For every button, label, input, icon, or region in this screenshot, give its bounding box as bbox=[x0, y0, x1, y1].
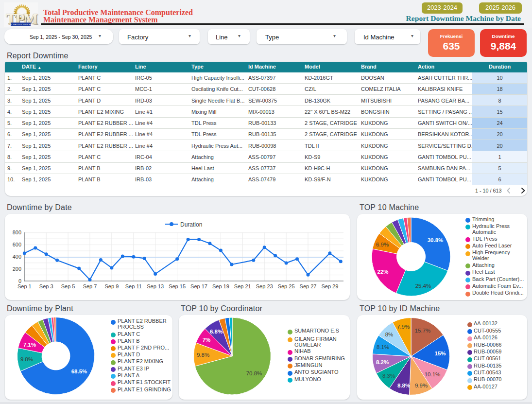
svg-text:0: 0 bbox=[18, 278, 21, 284]
svg-text:Sep 27: Sep 27 bbox=[300, 283, 317, 289]
svg-text:Sep 19: Sep 19 bbox=[212, 283, 229, 289]
svg-text:400: 400 bbox=[13, 254, 21, 260]
svg-text:Sep 23: Sep 23 bbox=[256, 283, 273, 289]
svg-text:Sep 15: Sep 15 bbox=[169, 283, 186, 289]
svg-text:Sep 3: Sep 3 bbox=[39, 283, 53, 289]
svg-text:200: 200 bbox=[13, 266, 21, 272]
svg-text:Sep 13: Sep 13 bbox=[147, 283, 164, 289]
svg-text:Sep 11: Sep 11 bbox=[125, 283, 142, 289]
svg-text:Sep 21: Sep 21 bbox=[234, 283, 251, 289]
svg-text:Sep 25: Sep 25 bbox=[278, 283, 295, 289]
svg-text:800: 800 bbox=[13, 229, 21, 235]
svg-text:Sep 17: Sep 17 bbox=[190, 283, 207, 289]
svg-text:Sep 5: Sep 5 bbox=[61, 283, 75, 289]
svg-text:Sep 1: Sep 1 bbox=[17, 283, 32, 289]
svg-text:TOTAL PRODUCTIVE MAINT: TOTAL PRODUCTIVE MAINT bbox=[5, 23, 36, 26]
svg-text:600: 600 bbox=[13, 242, 21, 247]
svg-text:Sep 7: Sep 7 bbox=[83, 283, 97, 289]
svg-text:Sep 9: Sep 9 bbox=[105, 283, 119, 289]
svg-text:Sep 29: Sep 29 bbox=[321, 283, 338, 289]
